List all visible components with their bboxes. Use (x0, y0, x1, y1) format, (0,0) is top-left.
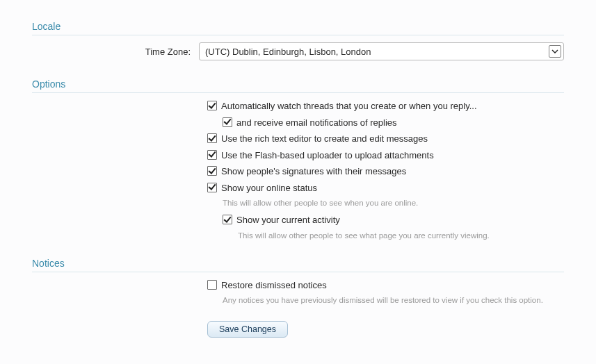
restore-notices-hint: Any notices you have previously dismisse… (223, 295, 564, 306)
section-locale-title: Locale (32, 19, 564, 35)
section-notices-title: Notices (32, 256, 564, 272)
email-replies-label: and receive email notifications of repli… (236, 117, 397, 129)
email-replies-checkbox[interactable] (223, 117, 232, 127)
flash-uploader-label: Use the Flash-based uploader to upload a… (221, 149, 434, 162)
timezone-row: Time Zone: (UTC) Dublin, Edinburgh, Lisb… (32, 42, 564, 60)
timezone-value: (UTC) Dublin, Edinburgh, Lisbon, London (205, 47, 371, 57)
restore-notices-label: Restore dismissed notices (221, 279, 327, 292)
rich-text-checkbox[interactable] (207, 133, 217, 143)
signatures-checkbox[interactable] (207, 166, 217, 176)
options-block: Automatically watch threads that you cre… (207, 100, 564, 241)
restore-notices-row[interactable]: Restore dismissed notices (207, 279, 564, 292)
current-activity-hint: This will allow other people to see what… (238, 231, 564, 241)
rich-text-label: Use the rich text editor to create and e… (221, 133, 428, 145)
chevron-down-icon (549, 45, 561, 58)
current-activity-checkbox[interactable] (223, 215, 232, 224)
online-status-checkbox[interactable] (207, 183, 217, 192)
online-status-label: Show your online status (221, 182, 317, 195)
current-activity-row[interactable]: Show your current activity (223, 214, 564, 226)
auto-watch-checkbox[interactable] (207, 101, 217, 110)
online-status-row[interactable]: Show your online status (207, 182, 564, 195)
flash-uploader-checkbox[interactable] (207, 150, 217, 160)
email-replies-row[interactable]: and receive email notifications of repli… (223, 117, 564, 129)
flash-uploader-row[interactable]: Use the Flash-based uploader to upload a… (207, 149, 564, 162)
auto-watch-row[interactable]: Automatically watch threads that you cre… (207, 100, 564, 113)
rich-text-row[interactable]: Use the rich text editor to create and e… (207, 133, 564, 145)
current-activity-label: Show your current activity (236, 214, 340, 226)
restore-notices-checkbox[interactable] (207, 280, 217, 290)
save-changes-button[interactable]: Save Changes (207, 321, 288, 338)
timezone-label: Time Zone: (32, 47, 199, 57)
section-options-title: Options (32, 77, 564, 93)
online-status-hint: This will allow other people to see when… (223, 198, 564, 208)
notices-block: Restore dismissed notices Any notices yo… (207, 279, 564, 306)
signatures-label: Show people's signatures with their mess… (221, 165, 406, 178)
auto-watch-label: Automatically watch threads that you cre… (221, 100, 477, 113)
timezone-select[interactable]: (UTC) Dublin, Edinburgh, Lisbon, London (199, 42, 564, 60)
signatures-row[interactable]: Show people's signatures with their mess… (207, 165, 564, 178)
